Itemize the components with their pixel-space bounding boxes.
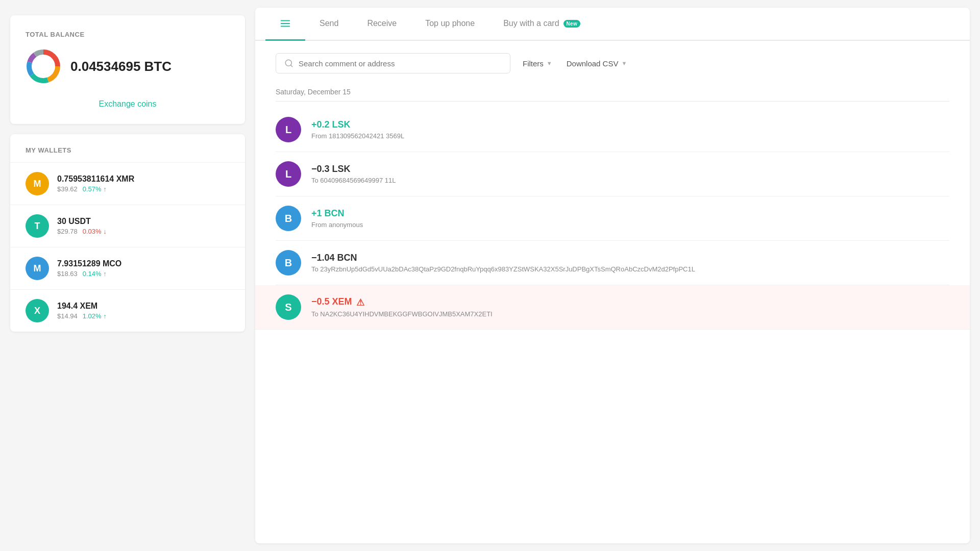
tab-send[interactable]: Send (305, 9, 353, 40)
coin-avatar-tx3: B (276, 206, 301, 231)
download-csv-button[interactable]: Download CSV ▼ (565, 56, 629, 71)
wallet-item-xem[interactable]: X 194.4 XEM $14.94 1.02% ↑ (10, 289, 245, 332)
wallet-usd-mco: $18.63 (57, 270, 78, 278)
balance-row: 0.04534695 BTC (26, 48, 230, 84)
wallet-usd-xem: $14.94 (57, 312, 78, 320)
wallets-card: MY WALLETS M 0.75953811614 XMR $39.62 0.… (10, 134, 245, 332)
wallet-icon-xmr: M (26, 172, 49, 195)
search-icon (284, 59, 293, 68)
tab-topup[interactable]: Top up phone (411, 9, 489, 40)
wallet-info-xmr: 0.75953811614 XMR $39.62 0.57% ↑ (57, 174, 230, 193)
coin-avatar-tx1: L (276, 117, 301, 142)
wallet-item-usdt[interactable]: T 30 USDT $29.78 0.03% ↓ (10, 205, 245, 247)
total-balance-label: TOTAL BALANCE (26, 31, 230, 38)
wallet-info-mco: 7.93151289 MCO $18.63 0.14% ↑ (57, 259, 230, 278)
tabs-bar: Send Receive Top up phone Buy with a car… (255, 8, 970, 41)
search-filter-row: Filters ▼ Download CSV ▼ (276, 53, 949, 73)
wallet-item-mco[interactable]: M 7.93151289 MCO $18.63 0.14% ↑ (10, 247, 245, 289)
wallet-icon-usdt: T (26, 214, 49, 238)
tx-amount-tx1: +0.2 LSK (311, 119, 949, 130)
content-area: Filters ▼ Download CSV ▼ Saturday, Decem… (255, 41, 970, 543)
coin-avatar-tx4: B (276, 250, 301, 276)
left-panel: TOTAL BALANCE 0.04534695 BTC Exchange co… (0, 0, 255, 551)
tx-item-tx3[interactable]: B +1 BCN From anonymous (276, 196, 949, 241)
coin-avatar-tx2: L (276, 161, 301, 187)
new-badge: New (564, 20, 580, 28)
wallet-change-xem: 1.02% ↑ (83, 312, 107, 320)
tx-address-tx1: From 181309562042421 3569L (311, 132, 949, 140)
wallet-icon-mco: M (26, 257, 49, 280)
wallet-amount-mco: 7.93151289 MCO (57, 259, 230, 268)
tx-info-tx1: +0.2 LSK From 181309562042421 3569L (311, 119, 949, 140)
tab-transactions[interactable] (265, 8, 305, 41)
tx-address-tx5: To NA2KC36U4YIHDVMBEKGGFWBGOIVJMB5XAM7X2… (311, 310, 949, 318)
wallet-amount-xmr: 0.75953811614 XMR (57, 174, 230, 184)
tx-item-tx4[interactable]: B −1.04 BCN To 23yRzbnUp5dGd5vUUa2bDAc38… (276, 241, 949, 285)
tab-receive[interactable]: Receive (353, 9, 411, 40)
wallets-list: M 0.75953811614 XMR $39.62 0.57% ↑ T 30 … (10, 162, 245, 332)
wallet-change-xmr: 0.57% ↑ (83, 185, 107, 193)
svg-line-10 (290, 65, 292, 66)
wallet-amount-usdt: 30 USDT (57, 217, 230, 226)
tab-buywithcard[interactable]: Buy with a card New (489, 9, 595, 40)
wallet-change-mco: 0.14% ↑ (83, 270, 107, 278)
tx-address-tx2: To 60409684569649997 11L (311, 177, 949, 184)
tx-item-tx5[interactable]: S −0.5 XEM⚠ To NA2KC36U4YIHDVMBEKGGFWBGO… (255, 285, 970, 330)
wallet-change-usdt: 0.03% ↓ (83, 228, 107, 235)
date-separator: Saturday, December 15 (276, 88, 949, 102)
tx-amount-tx4: −1.04 BCN (311, 253, 949, 263)
donut-svg (26, 48, 61, 84)
wallet-info-xem: 194.4 XEM $14.94 1.02% ↑ (57, 302, 230, 320)
wallet-item-xmr[interactable]: M 0.75953811614 XMR $39.62 0.57% ↑ (10, 162, 245, 205)
wallet-amount-xem: 194.4 XEM (57, 302, 230, 311)
list-icon (280, 18, 291, 29)
wallet-icon-xem: X (26, 299, 49, 322)
search-input[interactable] (299, 59, 502, 68)
wallet-info-usdt: 30 USDT $29.78 0.03% ↓ (57, 217, 230, 235)
wallet-usd-usdt: $29.78 (57, 228, 78, 235)
tx-info-tx2: −0.3 LSK To 60409684569649997 11L (311, 164, 949, 184)
tx-address-tx3: From anonymous (311, 221, 949, 229)
tx-amount-tx2: −0.3 LSK (311, 164, 949, 174)
exchange-coins-link[interactable]: Exchange coins (26, 94, 230, 114)
wallet-usd-xmr: $39.62 (57, 185, 78, 193)
tx-item-tx2[interactable]: L −0.3 LSK To 60409684569649997 11L (276, 152, 949, 196)
tx-info-tx5: −0.5 XEM⚠ To NA2KC36U4YIHDVMBEKGGFWBGOIV… (311, 296, 949, 317)
filters-button[interactable]: Filters ▼ (521, 56, 554, 71)
right-panel: Send Receive Top up phone Buy with a car… (255, 8, 970, 543)
coin-avatar-tx5: S (276, 294, 301, 320)
tx-info-tx3: +1 BCN From anonymous (311, 208, 949, 229)
transactions-list: L +0.2 LSK From 181309562042421 3569L L … (276, 108, 949, 330)
tx-item-tx1[interactable]: L +0.2 LSK From 181309562042421 3569L (276, 108, 949, 152)
search-box[interactable] (276, 53, 510, 73)
donut-chart (26, 48, 61, 84)
tx-amount-tx5: −0.5 XEM⚠ (311, 296, 949, 308)
error-icon: ⚠ (356, 297, 364, 308)
tx-address-tx4: To 23yRzbnUp5dGd5vUUa2bDAc38QtaPz9GD2fnq… (311, 265, 949, 273)
chevron-down-icon: ▼ (547, 60, 552, 66)
balance-amount: 0.04534695 BTC (70, 59, 172, 74)
wallets-label: MY WALLETS (10, 146, 245, 162)
tx-amount-tx3: +1 BCN (311, 208, 949, 219)
total-balance-card: TOTAL BALANCE 0.04534695 BTC Exchange co… (10, 15, 245, 124)
tx-info-tx4: −1.04 BCN To 23yRzbnUp5dGd5vUUa2bDAc38Qt… (311, 253, 949, 273)
chevron-down-icon-csv: ▼ (621, 60, 627, 66)
